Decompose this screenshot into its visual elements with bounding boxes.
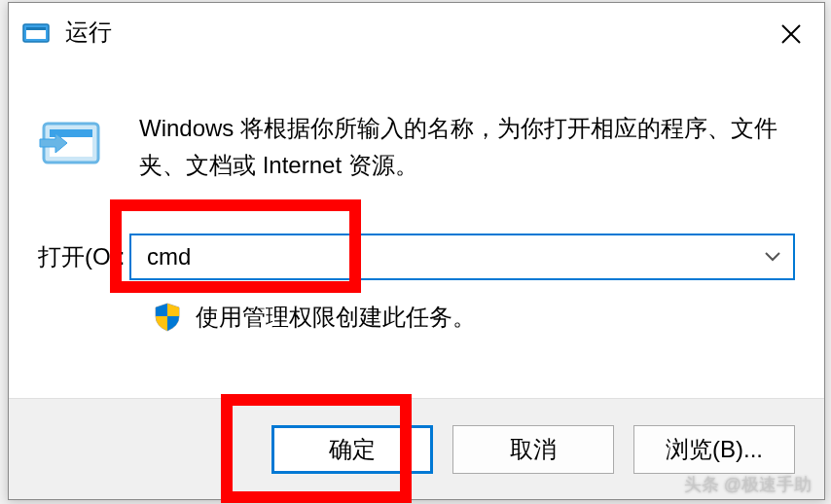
run-icon-large (38, 110, 106, 170)
input-row: 打开(O): (38, 234, 795, 280)
open-label: 打开(O): (38, 241, 129, 272)
admin-note-text: 使用管理权限创建此任务。 (196, 302, 476, 333)
dialog-content: Windows 将根据你所输入的名称，为你打开相应的程序、文件夹、文档或 Int… (9, 61, 824, 333)
run-icon (22, 20, 52, 44)
ok-button[interactable]: 确定 (271, 425, 433, 474)
command-combobox[interactable] (129, 234, 795, 280)
cancel-button[interactable]: 取消 (452, 425, 614, 474)
run-dialog: 运行 Windows 将根据你所输入的名称，为你打开相应的程序、文件夹、文档或 … (8, 2, 825, 500)
description-row: Windows 将根据你所输入的名称，为你打开相应的程序、文件夹、文档或 Int… (38, 110, 795, 185)
browse-button[interactable]: 浏览(B)... (633, 425, 795, 474)
titlebar: 运行 (9, 3, 824, 61)
watermark-text: 头条 @极速手助 (684, 473, 812, 496)
command-input[interactable] (129, 234, 795, 280)
shield-icon (153, 303, 182, 332)
dialog-description: Windows 将根据你所输入的名称，为你打开相应的程序、文件夹、文档或 Int… (139, 110, 795, 185)
admin-note-row: 使用管理权限创建此任务。 (153, 302, 795, 333)
dialog-title: 运行 (65, 17, 112, 48)
svg-rect-2 (26, 27, 46, 30)
close-button[interactable] (774, 17, 809, 52)
